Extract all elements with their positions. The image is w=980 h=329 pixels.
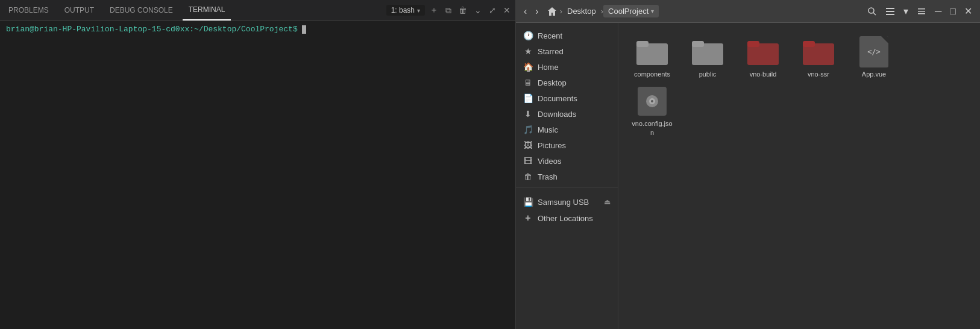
folder-svg-components: [636, 39, 668, 65]
split-terminal-button[interactable]: ⧉: [443, 4, 454, 17]
breadcrumb-coolproject[interactable]: CoolProject ▾: [603, 5, 659, 17]
sidebar-item-documents[interactable]: 📄 Documents: [516, 90, 618, 106]
home-breadcrumb-icon[interactable]: [544, 5, 560, 18]
sidebar-item-recent[interactable]: 🕐 Recent: [516, 28, 618, 43]
sidebar-item-trash[interactable]: 🗑 Trash: [516, 169, 618, 184]
file-manager: ‹ › › Desktop › CoolProject ▾ ▾: [515, 0, 980, 329]
sidebar-item-starred[interactable]: ★ Starred: [516, 43, 618, 59]
svg-rect-2: [886, 8, 894, 9]
sidebar-label-pictures: Pictures: [538, 141, 566, 150]
svg-rect-13: [747, 41, 759, 47]
file-item-vno-build[interactable]: vno-build: [739, 33, 787, 82]
terminal-tab-label: 1: bash: [391, 6, 415, 14]
tab-problems[interactable]: PROBLEMS: [2, 0, 55, 20]
recent-icon: 🕐: [523, 31, 533, 40]
folder-svg-vno-build: [747, 39, 779, 65]
vue-icon-wrapper: </>: [859, 36, 888, 67]
file-label-vno-ssr: vno-ssr: [808, 70, 829, 78]
file-item-public[interactable]: public: [683, 33, 732, 82]
folder-svg-vno-ssr: [803, 39, 834, 65]
sidebar-item-other-locations[interactable]: + Other Locations: [516, 210, 618, 227]
sidebar-item-pictures[interactable]: 🖼 Pictures: [516, 137, 618, 153]
maximize-button[interactable]: □: [947, 4, 959, 19]
sidebar-label-samsung-usb: Samsung USB: [538, 198, 589, 207]
terminal-menu-button[interactable]: ⌄: [472, 4, 484, 16]
svg-rect-7: [918, 13, 925, 14]
prompt-text: brian@brian-HP-Pavilion-Laptop-15-cd0xx:…: [6, 25, 302, 34]
home-icon: 🏠: [523, 62, 533, 72]
file-label-public: public: [699, 70, 717, 78]
close-panel-button[interactable]: ✕: [501, 4, 513, 16]
vue-icon-text: </>: [867, 48, 881, 56]
sidebar-label-trash: Trash: [538, 172, 558, 181]
usb-icon: 💾: [523, 197, 533, 207]
folder-icon-components: [636, 36, 668, 67]
starred-icon: ★: [523, 46, 533, 56]
folder-svg-public: [692, 39, 723, 65]
close-button[interactable]: ✕: [961, 4, 975, 19]
sidebar-item-desktop[interactable]: 🖥 Desktop: [516, 75, 618, 90]
search-button[interactable]: [864, 5, 880, 18]
breadcrumb: › Desktop › CoolProject ▾: [544, 5, 862, 18]
breadcrumb-desktop[interactable]: Desktop: [562, 5, 601, 17]
json-dot-icon: [646, 95, 658, 107]
svg-rect-6: [918, 11, 925, 12]
documents-icon: 📄: [523, 93, 533, 103]
file-item-app-vue[interactable]: </> App.vue: [850, 33, 898, 82]
music-icon: 🎵: [523, 125, 533, 134]
file-label-vno-config-json: vno.config.json: [630, 119, 674, 137]
json-icon-wrapper: [638, 87, 667, 116]
tab-terminal[interactable]: TERMINAL: [183, 0, 231, 20]
videos-icon: 🎞: [523, 156, 533, 166]
terminal-prompt: brian@brian-HP-Pavilion-Laptop-15-cd0xx:…: [6, 25, 509, 34]
file-item-vno-ssr[interactable]: vno-ssr: [794, 33, 843, 82]
terminal-toolbar: 1: bash ▾ ＋ ⧉ 🗑 ⌄ ⤢ ✕: [382, 4, 513, 17]
downloads-icon: ⬇: [523, 109, 533, 119]
fm-titlebar: ‹ › › Desktop › CoolProject ▾ ▾: [516, 0, 980, 23]
sidebar-label-downloads: Downloads: [538, 110, 576, 119]
sidebar-label-music: Music: [538, 125, 558, 134]
trash-icon: 🗑: [523, 172, 533, 181]
chevron-down-icon: ▾: [417, 7, 420, 14]
vue-file-icon: </>: [858, 36, 890, 67]
sidebar-item-samsung-usb[interactable]: 💾 Samsung USB ⏏: [516, 194, 618, 210]
vscode-panel: PROBLEMS OUTPUT DEBUG CONSOLE TERMINAL 1…: [0, 0, 515, 329]
sidebar-item-music[interactable]: 🎵 Music: [516, 122, 618, 137]
view-options-button[interactable]: ▾: [900, 4, 911, 19]
svg-rect-4: [886, 14, 894, 15]
terminal-content[interactable]: brian@brian-HP-Pavilion-Laptop-15-cd0xx:…: [0, 21, 515, 329]
kill-terminal-button[interactable]: 🗑: [456, 4, 470, 16]
sidebar-label-recent: Recent: [538, 31, 562, 40]
back-button[interactable]: ‹: [521, 4, 530, 19]
sidebar-item-videos[interactable]: 🎞 Videos: [516, 153, 618, 169]
svg-rect-5: [918, 8, 925, 10]
menu-button[interactable]: [914, 5, 929, 18]
sidebar-label-documents: Documents: [538, 94, 577, 103]
sidebar-item-downloads[interactable]: ⬇ Downloads: [516, 106, 618, 122]
forward-button[interactable]: ›: [532, 4, 541, 19]
file-item-vno-config-json-row2[interactable]: vno.config.json: [628, 82, 676, 140]
terminal-tab-bash[interactable]: 1: bash ▾: [386, 5, 425, 16]
sidebar-label-home: Home: [538, 63, 559, 72]
files-grid: components public: [628, 33, 970, 82]
view-list-button[interactable]: [882, 5, 898, 18]
svg-line-1: [873, 13, 876, 15]
fm-content: components public: [618, 23, 980, 329]
minimize-button[interactable]: ─: [932, 4, 944, 19]
sidebar-label-starred: Starred: [538, 47, 564, 56]
json-file-icon: [636, 86, 668, 117]
sidebar-item-home[interactable]: 🏠 Home: [516, 59, 618, 75]
file-label-app-vue: App.vue: [862, 70, 886, 78]
tab-bar: PROBLEMS OUTPUT DEBUG CONSOLE TERMINAL 1…: [0, 0, 515, 21]
fm-sidebar: 🕐 Recent ★ Starred 🏠 Home 🖥 Desktop 📄 Do…: [516, 23, 618, 329]
maximize-panel-button[interactable]: ⤢: [486, 4, 498, 16]
vue-icon-corner: [881, 36, 888, 43]
sidebar-label-other-locations: Other Locations: [538, 214, 593, 223]
new-terminal-button[interactable]: ＋: [427, 4, 441, 17]
tab-output[interactable]: OUTPUT: [58, 0, 100, 20]
eject-icon[interactable]: ⏏: [604, 198, 611, 206]
fm-toolbar-right: ▾ ─ □ ✕: [864, 4, 975, 19]
tab-debug-console[interactable]: DEBUG CONSOLE: [104, 0, 179, 20]
file-item-components[interactable]: components: [628, 33, 676, 82]
svg-rect-11: [692, 41, 704, 47]
